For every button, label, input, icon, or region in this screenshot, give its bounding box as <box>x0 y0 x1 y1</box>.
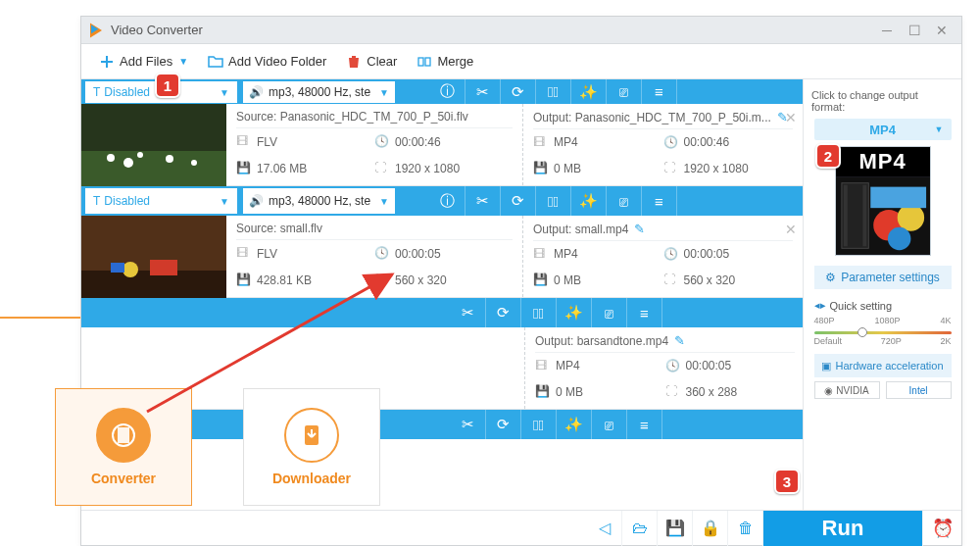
crop-button[interactable]: ✂⃞ <box>521 298 557 327</box>
file-row[interactable]: Source: small.flv 🎞FLV 🕓00:00:05 💾428.81… <box>81 216 803 298</box>
schedule-button[interactable]: ⏰ <box>922 511 961 546</box>
cut-button[interactable]: ✂ <box>466 79 501 107</box>
plus-icon <box>99 54 115 70</box>
subtitle-button[interactable]: ≡ <box>627 298 662 327</box>
edit-output-name-button[interactable]: ✎ <box>674 333 685 348</box>
lock-button[interactable]: 🔒 <box>693 511 728 546</box>
quality-slider[interactable] <box>814 331 952 334</box>
cut-button[interactable]: ✂ <box>451 298 486 327</box>
svg-point-13 <box>122 262 138 277</box>
delete-button[interactable]: 🗑 <box>728 511 763 546</box>
converter-label: Converter <box>91 471 156 486</box>
watermark-button[interactable]: ⎚ <box>607 186 642 216</box>
svg-rect-19 <box>862 185 866 247</box>
subtitle-button[interactable]: ≡ <box>627 410 662 439</box>
maximize-button[interactable]: ☐ <box>901 21 928 40</box>
output-format-button[interactable]: MP4 ▼ <box>814 119 952 140</box>
svg-point-6 <box>107 154 115 162</box>
svg-rect-18 <box>843 185 847 247</box>
output-meta: Output: Panasonic_HDC_TM_700_P_50i.m... … <box>522 104 803 185</box>
app-logo-icon <box>87 22 105 39</box>
resolution-icon: ⛶ <box>665 384 680 399</box>
add-folder-button[interactable]: Add Video Folder <box>198 44 336 79</box>
rotate-button[interactable]: ⟳ <box>501 186 536 216</box>
rotate-button[interactable]: ⟳ <box>486 410 521 439</box>
disk-icon: 💾 <box>236 161 251 175</box>
downloader-label: Downloader <box>272 471 351 486</box>
source-file-label: Source: small.flv <box>236 222 513 240</box>
speaker-icon: 🔊 <box>249 85 264 99</box>
watermark-button[interactable]: ⎚ <box>592 298 627 327</box>
source-meta: Source: small.flv 🎞FLV 🕓00:00:05 💾428.81… <box>226 216 522 297</box>
hardware-accel-button[interactable]: ▣ Hardware acceleration <box>814 354 952 377</box>
cut-button[interactable]: ✂ <box>451 410 486 439</box>
close-button[interactable]: ✕ <box>928 21 956 40</box>
nvidia-chip[interactable]: ◉NVIDIA <box>814 381 880 399</box>
subtitle-button[interactable]: ≡ <box>642 186 677 216</box>
subtitle-select[interactable]: T Disabled ▼ <box>85 188 237 214</box>
edit-output-name-button[interactable]: ✎ <box>634 222 645 236</box>
file-row[interactable]: Source: Panasonic_HDC_TM_700_P_50i.flv 🎞… <box>81 104 803 186</box>
res-720p: 720P <box>881 336 902 346</box>
subtitle-icon: T <box>93 85 100 99</box>
output-format-thumb[interactable]: MP4 <box>835 146 931 256</box>
run-label: Run <box>822 516 864 541</box>
watermark-button[interactable]: ⎚ <box>592 410 627 439</box>
svg-point-10 <box>191 160 197 166</box>
subtitle-icon: T <box>93 194 100 208</box>
film-icon: 🎞 <box>535 359 550 373</box>
effects-button[interactable]: ✨ <box>557 298 592 327</box>
audio-format-label: mp3, 48000 Hz, ste <box>269 85 370 99</box>
audio-toolbar: T Disabled ▼ 🔊 mp3, 48000 Hz, ste ▼ ⓘ ✂ … <box>81 186 803 216</box>
crop-button[interactable]: ✂⃞ <box>536 186 571 216</box>
res-2k: 2K <box>940 336 951 346</box>
remove-file-button[interactable]: ✕ <box>785 222 793 237</box>
crop-button[interactable]: ✂⃞ <box>536 79 571 107</box>
downloader-tile[interactable]: Downloader <box>243 388 380 506</box>
open-folder-button[interactable]: 🗁 <box>622 511 658 546</box>
converter-tile[interactable]: Converter <box>55 388 192 506</box>
output-file-label: Output: barsandtone.mp4 <box>535 334 668 348</box>
intel-label: Intel <box>909 385 928 396</box>
svg-point-7 <box>137 152 143 158</box>
run-button[interactable]: Run <box>763 511 922 546</box>
watermark-button[interactable]: ⎚ <box>607 79 642 107</box>
out-size: 0 MB <box>554 273 581 287</box>
clear-button[interactable]: Clear <box>336 44 407 79</box>
edit-toolbar-output: ✂ ⟳ ✂⃞ ✨ ⎚ ≡ <box>81 298 803 327</box>
add-files-button[interactable]: Add Files ▼ <box>89 44 198 79</box>
audio-format-select[interactable]: 🔊 mp3, 48000 Hz, ste ▼ <box>243 188 395 214</box>
out-size: 0 MB <box>554 162 581 175</box>
subtitle-button[interactable]: ≡ <box>642 79 677 107</box>
audio-format-select[interactable]: 🔊 mp3, 48000 Hz, ste ▼ <box>243 81 395 103</box>
effects-button[interactable]: ✨ <box>557 410 592 439</box>
effects-button[interactable]: ✨ <box>571 186 607 216</box>
info-button[interactable]: ⓘ <box>430 79 466 107</box>
info-button[interactable]: ⓘ <box>430 186 466 216</box>
minimize-button[interactable]: ─ <box>873 21 901 40</box>
effects-button[interactable]: ✨ <box>571 79 607 107</box>
remove-file-button[interactable]: ✕ <box>785 110 793 125</box>
parameter-label: Parameter settings <box>841 271 940 284</box>
output-meta: Output: small.mp4 ✎ ✕ 🎞MP4 🕓00:00:05 💾0 … <box>522 216 803 297</box>
clock-icon: 🕓 <box>665 359 680 373</box>
intel-chip[interactable]: Intel <box>886 381 952 399</box>
converter-icon <box>96 408 151 463</box>
resolution-icon: ⛶ <box>374 161 389 175</box>
trash-icon <box>346 54 362 70</box>
nvidia-label: NVIDIA <box>836 385 868 396</box>
step-badge-2: 2 <box>815 143 841 169</box>
clock-icon: 🕓 <box>374 246 389 261</box>
parameter-settings-button[interactable]: ⚙ Parameter settings <box>814 266 952 289</box>
out-res: 1920 x 1080 <box>684 162 749 175</box>
output-prev-button[interactable]: ◁ <box>587 511 622 546</box>
merge-button[interactable]: Merge <box>407 44 483 79</box>
save-button[interactable]: 💾 <box>658 511 693 546</box>
hw-label: Hardware acceleration <box>835 360 943 372</box>
add-files-label: Add Files <box>120 54 172 69</box>
cut-button[interactable]: ✂ <box>466 186 501 216</box>
source-duration: 00:00:46 <box>395 135 441 149</box>
rotate-button[interactable]: ⟳ <box>486 298 521 327</box>
rotate-button[interactable]: ⟳ <box>501 79 536 107</box>
crop-button[interactable]: ✂⃞ <box>521 410 557 439</box>
